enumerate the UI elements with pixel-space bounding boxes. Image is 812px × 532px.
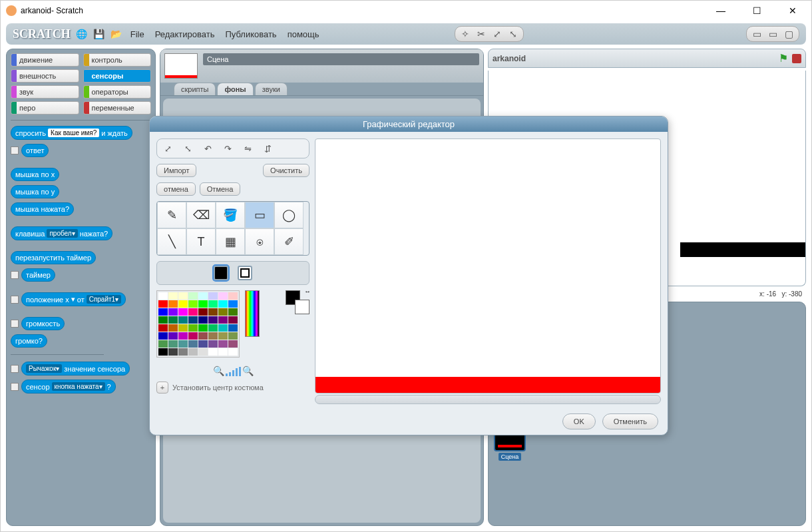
normal-stage-icon[interactable]: ▭ (767, 28, 779, 40)
palette-swatch[interactable] (168, 292, 178, 300)
green-flag-icon[interactable]: ⚑ (779, 52, 788, 65)
flip-v-icon[interactable]: ⇵ (259, 141, 276, 156)
menu-publish[interactable]: Публиковать (222, 29, 279, 39)
palette-swatch[interactable] (178, 292, 188, 300)
palette-swatch[interactable] (228, 316, 238, 324)
palette-swatch[interactable] (178, 324, 188, 332)
palette-swatch[interactable] (208, 332, 218, 340)
palette-swatch[interactable] (198, 308, 208, 316)
flip-h-icon[interactable]: ⇋ (239, 141, 256, 156)
palette-swatch[interactable] (168, 340, 178, 348)
fg-bg-swap[interactable]: ↔ (286, 290, 309, 314)
block-sensor[interactable]: сенсор кнопка нажата▾ ? (21, 380, 116, 394)
rotate-cw-icon[interactable]: ↷ (219, 141, 236, 156)
palette-swatch[interactable] (158, 300, 168, 308)
rotate-ccw-icon[interactable]: ↶ (199, 141, 216, 156)
globe-icon[interactable]: 🌐 (76, 28, 88, 40)
block-loud[interactable]: громко? (11, 334, 47, 348)
palette-swatch[interactable] (178, 316, 188, 324)
undo-button[interactable]: отмена (156, 182, 196, 196)
cat-looks[interactable]: внешность (11, 69, 79, 83)
palette-swatch[interactable] (228, 340, 238, 348)
zoom-out-icon[interactable]: 🔍 (213, 366, 224, 376)
palette-swatch[interactable] (188, 300, 198, 308)
palette-swatch[interactable] (218, 348, 228, 356)
block-mouse-x[interactable]: мышка по x (11, 168, 59, 181)
rect-tool-icon[interactable]: ▭ (245, 202, 274, 228)
palette-swatch[interactable] (208, 324, 218, 332)
canvas[interactable] (315, 138, 661, 394)
palette-swatch[interactable] (228, 300, 238, 308)
tab-backgrounds[interactable]: фоны (217, 83, 253, 95)
palette-swatch[interactable] (228, 292, 238, 300)
palette-swatch[interactable] (208, 292, 218, 300)
block-answer[interactable]: ответ (21, 144, 49, 157)
maximize-button[interactable]: ☐ (743, 1, 770, 20)
palette-swatch[interactable] (178, 348, 188, 356)
palette-swatch[interactable] (168, 324, 178, 332)
tab-scripts[interactable]: скрипты (174, 83, 216, 95)
palette-swatch[interactable] (168, 308, 178, 316)
present-icon[interactable]: ▢ (783, 28, 795, 40)
menu-edit[interactable]: Редактировать (152, 29, 218, 39)
save-icon[interactable]: 💾 (93, 28, 105, 40)
palette-swatch[interactable] (228, 308, 238, 316)
palette-swatch[interactable] (158, 348, 168, 356)
cancel-button[interactable]: Отменить (602, 413, 658, 429)
block-position-of[interactable]: положение x▾ от Спрайт1▾ (21, 292, 126, 306)
palette-swatch[interactable] (218, 308, 228, 316)
menu-help[interactable]: помощь (285, 29, 322, 39)
palette-swatch[interactable] (158, 340, 168, 348)
palette-swatch[interactable] (208, 308, 218, 316)
checkbox-timer[interactable] (11, 271, 19, 279)
palette-swatch[interactable] (158, 332, 168, 340)
palette-swatch[interactable] (188, 292, 198, 300)
palette-swatch[interactable] (198, 316, 208, 324)
eraser-tool-icon[interactable]: ⌫ (186, 202, 216, 228)
palette-swatch[interactable] (188, 308, 198, 316)
cat-pen[interactable]: перо (11, 101, 79, 115)
block-loudness[interactable]: громкость (21, 317, 65, 330)
color-palette[interactable] (156, 290, 240, 358)
outline-style[interactable] (238, 266, 252, 280)
cut-icon[interactable]: ✂ (475, 28, 487, 40)
checkbox-position[interactable] (11, 296, 19, 304)
stage-name-field[interactable]: Сцена (203, 53, 479, 65)
brush-tool-icon[interactable]: ✎ (157, 202, 186, 228)
cat-sensors[interactable]: сенсоры (83, 69, 152, 83)
palette-swatch[interactable] (198, 348, 208, 356)
checkbox-sensor[interactable] (11, 383, 19, 391)
block-timer[interactable]: таймер (21, 268, 55, 282)
stage-thumb[interactable] (164, 53, 198, 79)
palette-swatch[interactable] (198, 300, 208, 308)
palette-swatch[interactable] (228, 324, 238, 332)
palette-swatch[interactable] (158, 292, 168, 300)
palette-swatch[interactable] (178, 300, 188, 308)
palette-swatch[interactable] (198, 332, 208, 340)
block-ask[interactable]: спросить Как ваше имя? и ждать (11, 126, 132, 140)
palette-swatch[interactable] (188, 332, 198, 340)
redo-button[interactable]: Отмена (200, 182, 240, 196)
grow-icon[interactable]: ⤢ (159, 141, 176, 156)
grow-icon[interactable]: ⤢ (491, 28, 503, 40)
checkbox-answer[interactable] (11, 146, 19, 154)
palette-swatch[interactable] (228, 332, 238, 340)
palette-swatch[interactable] (168, 300, 178, 308)
palette-swatch[interactable] (218, 316, 228, 324)
checkbox-slider[interactable] (11, 365, 19, 373)
palette-swatch[interactable] (208, 340, 218, 348)
stop-icon[interactable] (792, 54, 801, 63)
palette-swatch[interactable] (158, 324, 168, 332)
palette-swatch[interactable] (178, 340, 188, 348)
fill-tool-icon[interactable]: 🪣 (216, 202, 245, 228)
filled-style[interactable] (214, 266, 228, 280)
cat-control[interactable]: контроль (83, 53, 152, 67)
palette-swatch[interactable] (178, 332, 188, 340)
cat-operators[interactable]: операторы (83, 85, 152, 99)
ok-button[interactable]: OK (562, 413, 596, 429)
palette-swatch[interactable] (218, 340, 228, 348)
zoom-in-icon[interactable]: 🔍 (242, 366, 254, 376)
block-reset-timer[interactable]: перезапустить таймер (11, 251, 96, 264)
block-key-pressed[interactable]: клавиша пробел▾ нажата? (11, 226, 112, 240)
stamp-icon[interactable]: ✧ (459, 28, 471, 40)
